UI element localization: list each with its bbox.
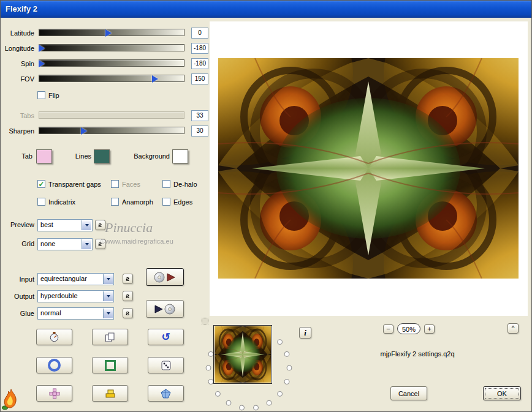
tabs-value[interactable]: 33	[191, 110, 208, 121]
anamorph-checkbox[interactable]: Anamorph	[111, 198, 153, 206]
indicatrix-checkbox[interactable]: Indicatrix	[37, 198, 75, 206]
copy-pages-icon	[105, 332, 115, 342]
latitude-value[interactable]: 0	[191, 28, 208, 39]
flip-label: Flip	[48, 92, 59, 99]
disc-play-icon	[152, 271, 178, 283]
kaleidoscope-image	[218, 58, 519, 279]
faces-label: Faces	[122, 181, 140, 188]
longitude-slider[interactable]	[39, 44, 184, 51]
dice-button[interactable]	[148, 357, 184, 373]
glue-random-button[interactable]: s	[123, 308, 133, 318]
fov-value[interactable]: 150	[191, 73, 208, 84]
blocks-button[interactable]	[92, 385, 128, 402]
watermark-site: ©www.maidiregrafica.eu	[101, 238, 173, 245]
zoom-out-button[interactable]: −	[383, 324, 393, 334]
mirrored-s-icon: s	[98, 222, 102, 228]
zoom-level[interactable]: 50%	[397, 323, 420, 334]
preview-thumbnail[interactable]	[213, 325, 272, 384]
input-label: Input	[1, 275, 34, 283]
lines-swatch-label: Lines	[62, 152, 91, 160]
undo-button[interactable]: ↺	[148, 329, 184, 345]
checkbox-box[interactable]: ✓	[37, 180, 45, 188]
preview-value: best	[40, 221, 81, 228]
spin-slider[interactable]	[39, 59, 184, 67]
output-select[interactable]: hyperdouble	[37, 290, 114, 302]
fov-slider[interactable]	[39, 75, 184, 82]
undo-arrow-icon: ↺	[161, 332, 170, 342]
preview-image[interactable]	[218, 58, 519, 279]
chevron-down-icon[interactable]	[82, 239, 91, 249]
spin-value[interactable]: -180	[191, 58, 208, 69]
zoom-in-button[interactable]: +	[424, 324, 435, 334]
lines-color-swatch[interactable]	[94, 149, 110, 163]
caret-button[interactable]: ^	[507, 323, 519, 334]
latitude-slider[interactable]	[39, 29, 184, 36]
preview-random-button[interactable]: s	[95, 220, 105, 230]
fov-row: FOV 150	[1, 73, 212, 86]
output-random-button[interactable]: s	[123, 291, 133, 301]
checkbox-box[interactable]	[162, 198, 170, 206]
slider-thumb-icon[interactable]	[39, 60, 45, 67]
flip-checkbox[interactable]: Flip	[37, 91, 59, 99]
dialog-title: Flexify 2	[6, 4, 37, 13]
grid-random-button[interactable]: s	[95, 239, 105, 249]
info-icon: i	[304, 328, 306, 338]
tabs-slider	[39, 111, 184, 119]
yellow-blocks-icon	[105, 389, 116, 399]
checkbox-box[interactable]	[111, 198, 119, 206]
copy-button[interactable]	[92, 329, 128, 345]
input-random-button[interactable]: s	[123, 274, 133, 284]
slider-thumb-icon[interactable]	[39, 45, 45, 52]
tab-color-swatch[interactable]	[36, 149, 52, 163]
caret-up-icon: ^	[512, 325, 515, 332]
cancel-button[interactable]: Cancel	[390, 386, 427, 400]
tabs-label: Tabs	[1, 112, 34, 119]
chevron-down-icon[interactable]	[103, 309, 113, 318]
flame-logo-button[interactable]	[2, 389, 19, 411]
flexify-dialog: Flexify 2 Latitude 0 Longitude -180 Spin…	[0, 0, 532, 412]
transparent-gaps-checkbox[interactable]: ✓ Transparent gaps	[37, 180, 101, 188]
sharpen-value[interactable]: 30	[191, 125, 208, 137]
input-select[interactable]: equirectangular	[37, 273, 114, 285]
stopwatch-button[interactable]	[36, 329, 72, 345]
info-button[interactable]: i	[299, 327, 311, 339]
plus-button[interactable]	[36, 385, 72, 402]
flame-icon	[2, 389, 19, 411]
checkbox-box[interactable]	[37, 91, 45, 99]
edges-checkbox[interactable]: Edges	[162, 198, 192, 206]
checkbox-box[interactable]	[37, 198, 45, 206]
settings-filename: mjpFlexify 2 settings.q2q	[344, 350, 491, 358]
disc-play-button[interactable]	[146, 268, 184, 286]
output-label: Output	[1, 293, 34, 300]
checkbox-box	[111, 180, 119, 188]
chevron-down-icon[interactable]	[103, 291, 113, 301]
gem-button[interactable]	[148, 385, 184, 402]
dice-icon	[161, 361, 171, 370]
preview-select[interactable]: best	[37, 219, 93, 231]
tabs-row: Tabs 33	[1, 110, 212, 122]
sharpen-slider[interactable]	[39, 127, 184, 134]
mirrored-s-icon: s	[126, 293, 129, 299]
dehalo-checkbox[interactable]: De-halo	[162, 180, 197, 188]
glue-select[interactable]: normal	[37, 307, 114, 320]
chevron-down-icon[interactable]	[103, 274, 113, 284]
longitude-value[interactable]: -180	[191, 43, 208, 54]
grid-select[interactable]: none	[37, 238, 93, 250]
slider-thumb-icon[interactable]	[152, 75, 158, 83]
checkbox-box[interactable]	[162, 180, 170, 188]
preview-label: Preview	[1, 221, 34, 228]
square-icon	[105, 360, 116, 371]
longitude-row: Longitude -180	[1, 43, 212, 55]
ok-button[interactable]: OK	[483, 386, 521, 400]
square-button[interactable]	[92, 357, 128, 373]
ring-button[interactable]	[36, 357, 72, 373]
chevron-down-icon[interactable]	[82, 220, 91, 230]
background-color-swatch[interactable]	[172, 149, 188, 163]
pink-plus-icon	[49, 388, 60, 399]
faces-checkbox: Faces	[111, 180, 140, 188]
tab-swatch-label: Tab	[10, 152, 32, 160]
play-disc-button[interactable]	[146, 300, 184, 318]
slider-thumb-icon[interactable]	[105, 29, 112, 37]
grid-value: none	[40, 240, 81, 247]
slider-thumb-icon[interactable]	[81, 127, 87, 135]
